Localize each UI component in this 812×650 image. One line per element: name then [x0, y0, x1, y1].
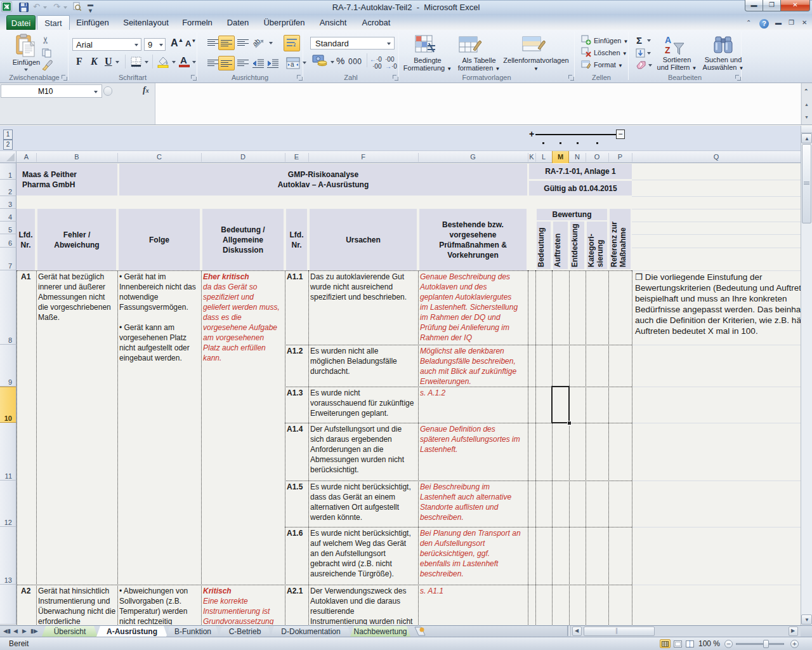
svg-text:A: A — [665, 35, 671, 45]
svg-text:Z: Z — [665, 45, 671, 55]
svg-text:ab: ab — [253, 37, 261, 48]
svg-text:a: a — [291, 61, 294, 68]
